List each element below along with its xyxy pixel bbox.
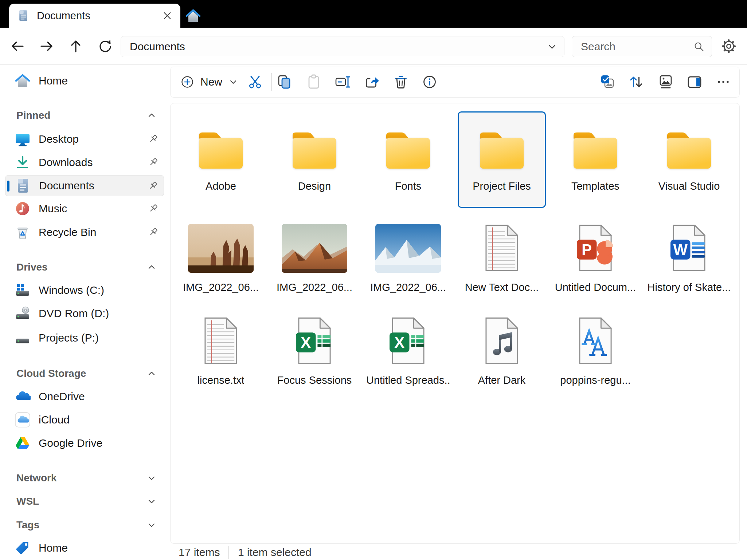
chevron-down-icon[interactable]: [547, 42, 557, 51]
rename-icon: [335, 74, 351, 90]
status-divider: [228, 546, 229, 559]
share-button[interactable]: [364, 74, 380, 90]
sidebar-item-downloads[interactable]: Downloads: [5, 152, 164, 173]
sidebar-section-network[interactable]: Network: [5, 472, 164, 484]
file-item-new-text-doc[interactable]: New Text Doc...: [458, 213, 546, 309]
chevron-up-icon[interactable]: [147, 369, 156, 378]
sidebar-item-windows-c[interactable]: Windows (C:): [5, 280, 164, 301]
audio-file-icon: [483, 316, 521, 366]
search-input[interactable]: Search: [572, 36, 712, 57]
sidebar-item-tag-home[interactable]: Home: [5, 537, 164, 559]
file-item-adobe[interactable]: Adobe: [177, 111, 265, 208]
sidebar-item-icloud[interactable]: iCloud: [5, 409, 164, 430]
file-item-img2[interactable]: IMG_2022_06...: [270, 213, 359, 309]
tab-home[interactable]: [184, 7, 202, 25]
search-icon: [693, 40, 705, 53]
dvd-drive-icon: [15, 305, 31, 322]
file-label: poppins-regu...: [560, 374, 630, 386]
sidebar-item-google-drive[interactable]: Google Drive: [5, 433, 164, 454]
selection-count: 1 item selected: [238, 546, 312, 559]
file-item-visual-studio[interactable]: Visual Studio: [645, 111, 733, 208]
close-icon[interactable]: [161, 9, 174, 22]
sort-button[interactable]: [628, 74, 644, 90]
info-button[interactable]: [422, 74, 438, 90]
share-icon: [364, 74, 380, 90]
sidebar-item-music[interactable]: Music: [5, 198, 164, 219]
command-toolbar: New: [170, 67, 740, 98]
file-item-project-files[interactable]: Project Files: [458, 111, 546, 208]
copy-button[interactable]: [276, 74, 292, 90]
copy-icon: [276, 74, 292, 90]
home-icon: [15, 73, 31, 89]
chevron-down-icon[interactable]: [147, 497, 156, 506]
sidebar-item-home[interactable]: Home: [5, 70, 164, 91]
file-label: Untitled Spreads...: [366, 374, 450, 386]
address-text: Documents: [130, 40, 547, 53]
cut-button[interactable]: [247, 74, 263, 90]
navigation-bar: Documents Search: [0, 28, 747, 65]
delete-button[interactable]: [393, 74, 409, 90]
back-button[interactable]: [9, 38, 26, 54]
view-button[interactable]: [658, 74, 674, 90]
new-button[interactable]: New: [180, 67, 238, 97]
pin-icon[interactable]: [147, 203, 159, 214]
tab-documents[interactable]: Documents: [9, 4, 180, 28]
file-item-img1[interactable]: IMG_2022_06...: [177, 213, 265, 309]
file-label: History of Skate...: [648, 281, 731, 293]
file-item-focus-sessions[interactable]: Focus Sessions: [270, 305, 359, 402]
pin-icon[interactable]: [147, 133, 159, 145]
sidebar-item-onedrive[interactable]: OneDrive: [5, 386, 164, 407]
file-label: Visual Studio: [658, 180, 720, 192]
file-item-design[interactable]: Design: [270, 111, 359, 208]
file-item-img3[interactable]: IMG_2022_06...: [364, 213, 452, 309]
file-item-templates[interactable]: Templates: [551, 111, 640, 208]
details-pane-button[interactable]: [687, 74, 703, 90]
sidebar-section-tags[interactable]: Tags: [5, 519, 164, 531]
excel-icon: [296, 316, 333, 366]
sidebar-section-pinned[interactable]: Pinned: [5, 109, 164, 122]
sidebar-item-recycle-bin[interactable]: Recycle Bin: [5, 222, 164, 243]
refresh-button[interactable]: [97, 38, 113, 54]
file-item-untitled-spreadsheet[interactable]: Untitled Spreads...: [364, 305, 452, 402]
rename-button[interactable]: [335, 74, 351, 90]
select-all-button[interactable]: [600, 74, 616, 90]
settings-button[interactable]: [721, 38, 737, 54]
file-label: license.txt: [197, 374, 245, 386]
file-item-poppins-regular[interactable]: poppins-regu...: [551, 305, 640, 402]
file-label: Fonts: [395, 180, 422, 192]
paste-button[interactable]: [306, 74, 322, 90]
pin-icon[interactable]: [147, 180, 159, 192]
file-item-license[interactable]: license.txt: [177, 305, 265, 402]
sidebar-section-cloud-storage[interactable]: Cloud Storage: [5, 367, 164, 380]
chevron-down-icon[interactable]: [147, 521, 156, 529]
sidebar-section-wsl[interactable]: WSL: [5, 495, 164, 508]
icloud-icon: [15, 412, 31, 428]
chevron-up-icon[interactable]: [147, 263, 156, 272]
file-item-fonts[interactable]: Fonts: [364, 111, 452, 208]
pin-icon[interactable]: [147, 157, 159, 168]
chevron-up-icon[interactable]: [147, 111, 156, 120]
file-item-untitled-document[interactable]: Untitled Docum...: [551, 213, 640, 309]
address-bar[interactable]: Documents: [121, 36, 564, 57]
pin-icon[interactable]: [147, 226, 159, 238]
file-item-after-dark[interactable]: After Dark: [458, 305, 546, 402]
up-button[interactable]: [68, 38, 84, 54]
file-label: IMG_2022_06...: [277, 281, 352, 293]
file-item-history-of-skate[interactable]: History of Skate...: [645, 213, 733, 309]
sidebar-item-dvd-rom[interactable]: DVD Rom (D:): [5, 303, 164, 324]
info-icon: [422, 74, 438, 90]
arrow-right-icon: [39, 38, 55, 54]
arrow-left-icon: [9, 38, 26, 54]
sidebar: Home Pinned Desktop Downloads Documents …: [0, 64, 169, 560]
titlebar: Documents: [0, 0, 747, 28]
file-label: Project Files: [473, 180, 531, 192]
sidebar-item-projects-p[interactable]: Projects (P:): [5, 327, 164, 348]
forward-button[interactable]: [39, 38, 55, 54]
more-button[interactable]: [715, 74, 731, 90]
chevron-down-icon[interactable]: [147, 474, 156, 482]
sidebar-section-drives[interactable]: Drives: [5, 261, 164, 273]
sidebar-item-desktop[interactable]: Desktop: [5, 129, 164, 150]
folder-icon: [664, 128, 714, 171]
status-bar: 17 items 1 item selected: [179, 545, 312, 560]
sidebar-item-documents[interactable]: Documents: [5, 175, 164, 196]
